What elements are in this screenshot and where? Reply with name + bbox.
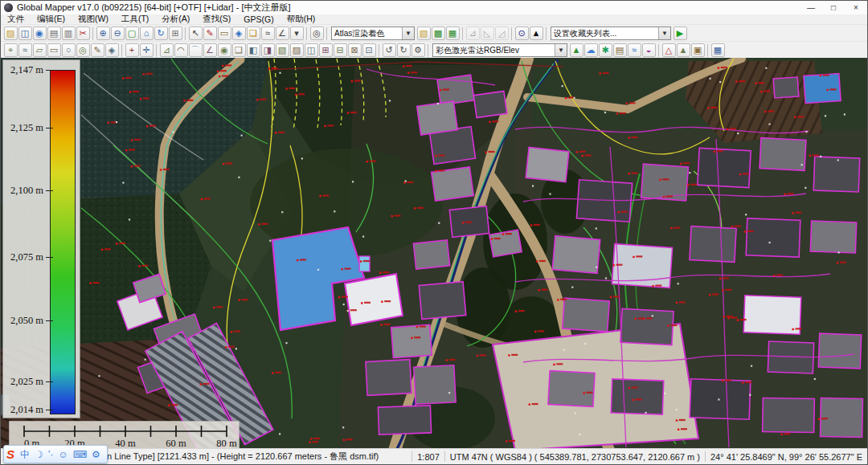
menu-item-5[interactable]: 查找(S) — [196, 14, 237, 25]
north-arrow-button[interactable]: ▲ — [530, 27, 543, 40]
lidar-classify-button[interactable]: ▲ — [677, 43, 690, 57]
global-mapper-window: Global Mapper v17.0 (b092215) [64-bit] [… — [0, 0, 868, 465]
ime-emoji-icon[interactable]: ☺ — [58, 450, 68, 459]
lidar-buildings-button[interactable]: ▤ — [613, 43, 627, 57]
close-button[interactable]: × — [845, 1, 867, 14]
toolbar-separator — [92, 27, 93, 40]
toolbar-separator — [546, 27, 547, 40]
zoom-in-button[interactable]: ⊕ — [96, 27, 110, 40]
menu-item-3[interactable]: 工具(T) — [115, 14, 155, 25]
paste-feature-button[interactable]: ◨ — [261, 43, 275, 57]
measure-angle-button[interactable]: ∠ — [203, 43, 217, 57]
mirror-feature-button[interactable]: ◫ — [305, 43, 318, 57]
menu-item-4[interactable]: 分析(A) — [155, 14, 196, 25]
add-vertex-button[interactable]: + — [125, 43, 139, 57]
overlay-control-button[interactable]: ❏ — [247, 27, 260, 40]
create-circle-button[interactable]: ○ — [62, 43, 76, 57]
building — [760, 138, 806, 171]
app-icon — [4, 3, 13, 12]
view-angle-button[interactable]: ∠ — [276, 27, 289, 40]
chevron-down-icon[interactable]: ▼ — [402, 27, 414, 39]
create-line-button[interactable]: ≈ — [18, 43, 32, 57]
measure-tool-button[interactable]: ▭ — [218, 27, 231, 40]
lidar-profile-button[interactable]: △ — [662, 43, 676, 57]
lidar-water-button[interactable]: ≈ — [628, 43, 641, 57]
map-canvas[interactable]: 2,147 m2,125 m2,100 m2,075 m2,050 m2,025… — [1, 58, 868, 451]
control-center-button[interactable]: ▥ — [62, 27, 76, 40]
lidar-color-button[interactable]: ◒ — [642, 43, 656, 57]
save-workspace-button[interactable]: ◫ — [18, 27, 32, 40]
building — [414, 365, 456, 405]
smooth-line-button[interactable]: ⌒ — [189, 43, 203, 57]
redo-button[interactable]: ↻ — [397, 43, 411, 57]
ime-punctuation-icon[interactable]: ’· — [48, 450, 54, 459]
open-file-button[interactable]: ▨ — [4, 27, 18, 40]
3d-view-button[interactable]: ⊞ — [169, 27, 182, 40]
building — [620, 308, 674, 345]
remove-tool-button[interactable]: ⊟ — [334, 43, 347, 57]
ime-wrench-icon[interactable]: ⚙ — [92, 450, 100, 459]
join-lines-button[interactable]: ◠ — [174, 43, 188, 57]
menu-item-2[interactable]: 视图(W) — [72, 14, 115, 25]
create-rectangle-button[interactable]: ▭ — [47, 43, 61, 57]
minimize-button[interactable]: — — [800, 1, 822, 14]
create-text-button[interactable]: ✎ — [91, 43, 104, 57]
feature-info-button[interactable]: ◈ — [232, 27, 246, 40]
water-shader-button[interactable]: ▦ — [446, 27, 460, 40]
refresh-view-button[interactable]: ↻ — [154, 27, 168, 40]
full-extent-button[interactable]: ▢ — [125, 27, 139, 40]
cut-feature-button[interactable]: ◧ — [247, 43, 260, 57]
zoom-out-button[interactable]: ⊖ — [111, 27, 125, 40]
more-tools-dropdown-button[interactable]: ▾ — [290, 27, 304, 40]
copy-feature-button[interactable]: ❏ — [232, 43, 246, 57]
lidar-grid-button[interactable]: ▦ — [711, 43, 725, 57]
delete-feature-button[interactable]: ⊠ — [348, 43, 362, 57]
lidar-filter-button[interactable]: ▣ — [691, 43, 705, 57]
chevron-down-icon[interactable]: ▼ — [658, 27, 670, 39]
rotate-feature-button[interactable]: ▧ — [276, 43, 289, 57]
lidar-draw-mode-select[interactable]: 彩色激光雷达RGB/Elev▼ — [432, 43, 567, 57]
grid-tool-button[interactable]: ⊞ — [319, 43, 333, 57]
run-favorite-button[interactable]: ▶ — [674, 27, 687, 40]
ime-moon-icon[interactable]: ☽ — [35, 450, 43, 459]
gps-target-button[interactable]: ⊙ — [515, 27, 529, 40]
digitizer-tool-button[interactable]: ✎ — [203, 27, 217, 40]
restore-feature-button[interactable]: ⊡ — [362, 43, 376, 57]
undo-button[interactable]: ↺ — [383, 43, 396, 57]
digitizer-settings-button[interactable]: ⚙ — [411, 43, 425, 57]
lidar-ground-button[interactable]: ▲ — [570, 43, 583, 57]
search-binoculars-button[interactable]: ◎ — [310, 27, 324, 40]
shader-options-button[interactable]: ▧ — [417, 27, 431, 40]
home-view-button[interactable]: ⌂ — [140, 27, 154, 40]
split-line-button[interactable]: ⊿ — [160, 43, 174, 57]
menu-item-7[interactable]: 帮助(H) — [280, 14, 322, 25]
pan-select-button[interactable]: ↖ — [189, 27, 203, 40]
sogou-logo-icon[interactable]: S — [6, 447, 14, 461]
edit-attributes-button[interactable]: ◉ — [218, 43, 231, 57]
favorites-select[interactable]: 设置收藏夹列表...▼ — [551, 27, 671, 40]
path-profile-button[interactable]: ≈ — [261, 27, 275, 40]
lidar-point-cloud-button[interactable]: ☁ — [584, 43, 598, 57]
maximize-button[interactable]: □ — [822, 1, 845, 14]
terrain-shader-button[interactable]: ▩ — [432, 27, 445, 40]
elevation-color-ramp — [50, 70, 76, 414]
create-area-button[interactable]: ▱ — [33, 43, 47, 57]
menu-item-1[interactable]: 编辑(E) — [31, 14, 72, 25]
unload-all-button[interactable]: ✂ — [76, 27, 90, 40]
open-online-data-button[interactable]: ◉ — [33, 27, 47, 40]
chevron-down-icon[interactable]: ▼ — [555, 44, 567, 56]
menu-item-6[interactable]: GPS(G) — [237, 14, 280, 24]
create-range-ring-button[interactable]: ◎ — [76, 43, 90, 57]
ime-keyboard-icon[interactable]: ⌨ — [73, 450, 87, 459]
lidar-vegetation-button[interactable]: ✱ — [599, 43, 612, 57]
shader-select[interactable]: Atlas渲染着色▼ — [331, 27, 415, 40]
scale-feature-button[interactable]: ▨ — [290, 43, 304, 57]
legend-tick — [46, 190, 53, 191]
status-coordinates: 24° 41' 25.8469" N, 99° 26' 55.2677" E — [706, 452, 867, 462]
menu-item-0[interactable]: 文件 — [1, 14, 31, 25]
move-vertex-button[interactable]: ✛ — [140, 43, 154, 57]
create-point-button[interactable]: ⌖ — [4, 43, 18, 57]
open-data-file-button[interactable]: ▤ — [47, 27, 61, 40]
ime-lang-toggle[interactable]: 中 — [20, 450, 30, 459]
create-buffer-button[interactable]: ◈ — [105, 43, 119, 57]
